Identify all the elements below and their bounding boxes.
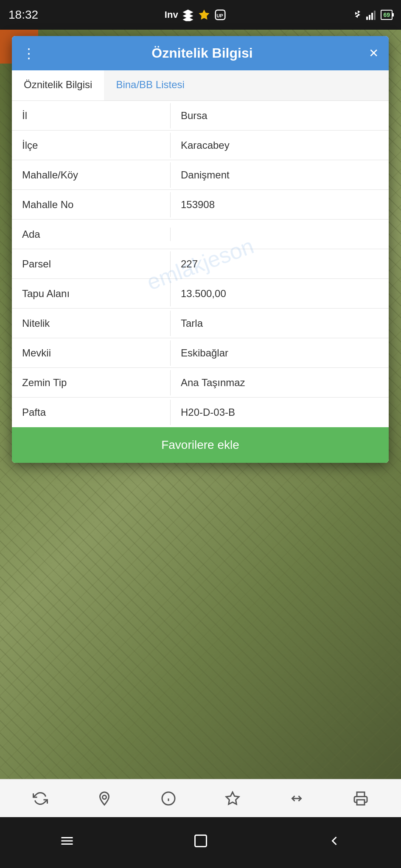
nav-bar (0, 817, 401, 868)
svg-rect-3 (366, 17, 368, 20)
field-label-ada: Ada (12, 222, 170, 247)
table-row: Nitelik Tarla (12, 309, 389, 338)
nav-menu-icon[interactable] (59, 833, 75, 852)
field-value-zemin-tip: Ana Taşınmaz (170, 370, 389, 395)
field-label-mahalle-no: Mahalle No (12, 192, 170, 217)
dialog-title: Öznitelik Bilgisi (36, 45, 369, 61)
bluetooth-icon (353, 9, 363, 21)
status-time: 18:32 (8, 8, 38, 22)
package-icon (182, 8, 194, 21)
status-bar: 18:32 Inv UP 69 (0, 0, 401, 30)
info-icon[interactable] (158, 788, 179, 809)
signal-icon (365, 9, 378, 21)
info-table: emlakjeson İl Bursa İlçe Karacabey Mahal… (12, 101, 389, 427)
close-icon[interactable]: ✕ (369, 46, 379, 60)
field-value-parsel: 227 (170, 251, 389, 277)
svg-marker-0 (199, 10, 209, 20)
svg-rect-17 (195, 835, 206, 847)
field-label-il: İl (12, 103, 170, 128)
field-label-nitelik: Nitelik (12, 311, 170, 336)
field-label-parsel: Parsel (12, 251, 170, 277)
field-label-ilce: İlçe (12, 133, 170, 158)
field-value-ilce: Karacabey (170, 133, 389, 158)
field-value-pafta: H20-D-03-B (170, 400, 389, 425)
svg-rect-13 (357, 800, 365, 805)
star-icon[interactable] (222, 788, 243, 809)
print-icon[interactable] (350, 788, 371, 809)
svg-point-7 (103, 795, 107, 799)
table-row: İlçe Karacabey (12, 131, 389, 160)
battery-icon: 69 (381, 10, 393, 20)
table-row: Zemin Tip Ana Taşınmaz (12, 368, 389, 398)
tab-bina-bb-listesi[interactable]: Bina/BB Listesi (104, 70, 196, 100)
table-row: Mevkii Eskibağlar (12, 338, 389, 368)
svg-marker-11 (226, 792, 239, 804)
field-label-mevkii: Mevkii (12, 340, 170, 366)
menu-icon[interactable]: ⋮ (22, 47, 36, 60)
favorites-button[interactable]: Favorilere ekle (12, 427, 389, 463)
svg-text:UP: UP (216, 13, 223, 18)
svg-rect-6 (374, 11, 376, 20)
field-value-mahalle-no: 153908 (170, 192, 389, 217)
status-app-icons: Inv UP (165, 8, 227, 21)
table-row: Ada (12, 220, 389, 249)
field-label-mahalle-koy: Mahalle/Köy (12, 162, 170, 188)
table-row: Tapu Alanı 13.500,00 (12, 279, 389, 309)
svg-rect-5 (371, 13, 373, 20)
field-value-tapu-alani: 13.500,00 (170, 281, 389, 306)
field-value-ada (170, 228, 389, 241)
table-row: Parsel 227 (12, 249, 389, 279)
field-value-mevkii: Eskibağlar (170, 340, 389, 366)
field-value-mahalle-koy: Danişment (170, 162, 389, 188)
inv-label: Inv (165, 9, 178, 20)
status-icons: 69 (353, 9, 393, 21)
nav-back-icon[interactable] (327, 833, 342, 852)
binance-icon (198, 8, 210, 21)
dialog-header: ⋮ Öznitelik Bilgisi ✕ (12, 36, 389, 70)
refresh-icon[interactable] (30, 788, 51, 809)
field-value-nitelik: Tarla (170, 311, 389, 336)
dialog-tabs: Öznitelik Bilgisi Bina/BB Listesi (12, 70, 389, 101)
arrows-icon[interactable] (286, 788, 307, 809)
table-row: Mahalle/Köy Danişment (12, 160, 389, 190)
table-row: Pafta H20-D-03-B (12, 398, 389, 427)
svg-rect-4 (369, 15, 370, 20)
up-icon: UP (214, 8, 227, 21)
field-label-zemin-tip: Zemin Tip (12, 370, 170, 395)
field-label-pafta: Pafta (12, 400, 170, 425)
bottom-toolbar (0, 779, 401, 817)
field-label-tapu-alani: Tapu Alanı (12, 281, 170, 306)
table-row: İl Bursa (12, 101, 389, 131)
table-row: Mahalle No 153908 (12, 190, 389, 220)
location-icon[interactable] (94, 788, 115, 809)
dialog-container: ⋮ Öznitelik Bilgisi ✕ Öznitelik Bilgisi … (12, 36, 389, 463)
tab-oznitelik-bilgisi[interactable]: Öznitelik Bilgisi (12, 70, 104, 100)
field-value-il: Bursa (170, 103, 389, 128)
nav-home-icon[interactable] (193, 833, 208, 852)
